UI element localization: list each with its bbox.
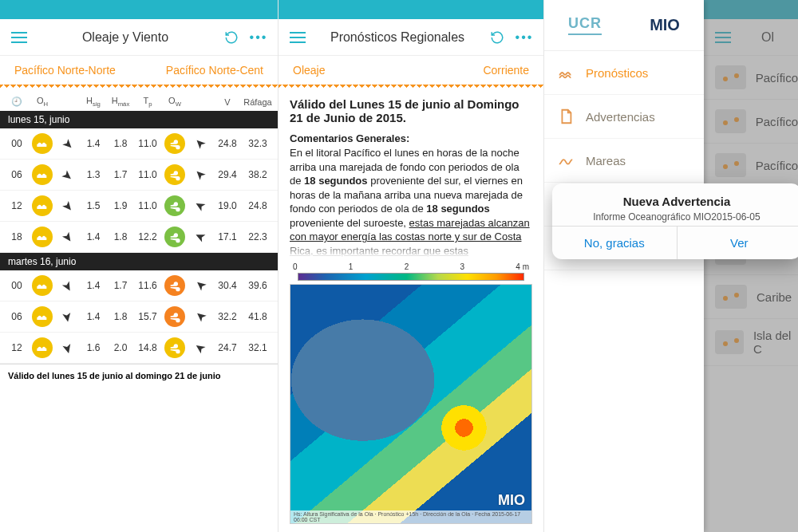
cell-hour: 00 <box>5 280 29 291</box>
forecast-row[interactable]: 00➤1.41.811.0➤24.832.3 <box>0 128 278 160</box>
col-rafaga: Ráfaga <box>243 97 273 107</box>
tab-pacifico-norte-centro[interactable]: Pacífico Norte-Cent <box>139 64 270 77</box>
direction-arrow-icon: ➤ <box>54 192 81 220</box>
waves-icon <box>557 64 575 81</box>
tab-pacifico-norte-norte[interactable]: Pacífico Norte-Norte <box>8 64 139 77</box>
cell-hour: 18 <box>5 231 29 242</box>
cell-gust: 24.8 <box>243 200 273 211</box>
direction-arrow-icon: ➤ <box>54 130 82 158</box>
wind-icon <box>164 195 185 216</box>
dots-icon: ••• <box>516 30 534 45</box>
drawer-item-tide[interactable]: Mareas <box>544 139 704 183</box>
forecast-row[interactable]: 06➤1.41.815.7➤32.241.8 <box>0 301 278 333</box>
cell-tp: 11.6 <box>134 280 161 291</box>
validity-footer: Válido del lunes 15 de junio al domingo … <box>0 364 278 387</box>
alert-yes-button[interactable]: Ver <box>678 227 799 259</box>
cell-tp: 14.8 <box>134 342 161 353</box>
forecast-row[interactable]: 18➤1.41.812.2➤17.122.3 <box>0 222 278 253</box>
direction-arrow-icon: ➤ <box>58 304 77 330</box>
cell-hsig: 1.3 <box>80 169 107 180</box>
wave-icon <box>32 227 53 247</box>
cell-tp: 15.7 <box>134 311 161 322</box>
cell-hmax: 1.7 <box>107 280 134 291</box>
navbar: Pronósticos Regionales ••• <box>279 19 543 56</box>
wave-height-map[interactable]: MIO Hs: Altura Significativa de la Ola ·… <box>290 284 532 524</box>
cell-v: 32.2 <box>212 311 243 322</box>
cell-hsig: 1.4 <box>80 231 107 242</box>
hamburger-icon <box>11 32 27 43</box>
forecast-type-tabs: Oleaje Corriente <box>279 56 543 85</box>
alert-title: Nueva Advertencia <box>563 195 790 208</box>
wave-icon <box>32 306 53 327</box>
comments-subtitle: Comentarios Generales: <box>290 132 532 144</box>
cell-hsig: 1.4 <box>80 138 107 149</box>
scale-tick: 2 <box>405 262 409 271</box>
col-tp: Tp <box>134 96 161 108</box>
tab-corriente[interactable]: Corriente <box>411 64 535 77</box>
cell-hmax: 2.0 <box>107 342 134 353</box>
cell-hour: 06 <box>5 311 29 322</box>
direction-arrow-icon: ➤ <box>55 271 80 299</box>
day-header: lunes 15, junio <box>0 111 278 128</box>
color-scale-gradient <box>298 273 524 281</box>
col-clock-icon: 🕘 <box>5 97 29 107</box>
mio-logo: MIO <box>650 16 680 34</box>
status-bar <box>0 0 278 19</box>
forecast-row[interactable]: 12➤1.51.911.0➤19.024.8 <box>0 191 278 222</box>
dots-icon: ••• <box>250 30 268 45</box>
alert-dialog: Nueva Advertencia Informe Oceanográfico … <box>552 183 798 259</box>
cell-hsig: 1.4 <box>80 280 107 291</box>
status-bar <box>279 0 543 19</box>
cell-hour: 06 <box>5 169 29 180</box>
cell-hmax: 1.8 <box>107 231 134 242</box>
region-tabs: Pacífico Norte-Norte Pacífico Norte-Cent <box>0 56 278 85</box>
cell-hsig: 1.5 <box>80 200 107 211</box>
cell-hour: 12 <box>5 342 29 353</box>
scale-tick: 3 <box>460 262 464 271</box>
direction-arrow-icon: ➤ <box>186 193 214 218</box>
direction-arrow-icon: ➤ <box>186 225 214 249</box>
cell-tp: 11.0 <box>134 169 161 180</box>
forecast-row[interactable]: 06➤1.31.711.0➤29.438.2 <box>0 160 278 191</box>
drawer-item-doc[interactable]: Advertencias <box>544 95 704 139</box>
wave-icon <box>32 337 53 358</box>
cell-hmax: 1.8 <box>107 138 134 149</box>
drawer-item-label: Mareas <box>586 154 626 167</box>
navbar: Oleaje y Viento ••• <box>0 19 278 56</box>
forecast-row[interactable]: 12➤1.62.014.8➤24.732.1 <box>0 333 278 364</box>
direction-arrow-icon: ➤ <box>186 335 214 361</box>
drawer-item-waves[interactable]: Pronósticos <box>544 51 704 95</box>
direction-arrow-icon: ➤ <box>187 130 215 158</box>
cell-hour: 00 <box>5 138 29 149</box>
hamburger-icon <box>290 32 306 43</box>
cell-hour: 12 <box>5 200 29 211</box>
forecast-body: En el litoral Pacífico el lunes en horas… <box>290 146 532 258</box>
doc-icon <box>557 108 575 125</box>
cell-gust: 39.6 <box>243 280 273 291</box>
more-button[interactable]: ••• <box>513 26 535 49</box>
cell-v: 19.0 <box>212 200 243 211</box>
cell-hmax: 1.7 <box>107 169 134 180</box>
alert-no-button[interactable]: No, gracias <box>552 227 678 259</box>
cell-tp: 11.0 <box>134 138 161 149</box>
refresh-icon <box>490 30 504 45</box>
cell-tp: 12.2 <box>134 231 161 242</box>
refresh-button[interactable] <box>220 26 243 49</box>
col-v: V <box>212 97 243 107</box>
forecast-row[interactable]: 00➤1.41.711.6➤30.439.6 <box>0 270 278 301</box>
wind-icon <box>164 133 185 154</box>
cell-hsig: 1.4 <box>80 311 107 322</box>
menu-button[interactable] <box>286 26 309 49</box>
map-mio-badge: MIO <box>498 492 525 509</box>
screen-oleaje-viento: Oleaje y Viento ••• Pacífico Norte-Norte… <box>0 0 279 532</box>
menu-button[interactable] <box>8 26 30 49</box>
col-hmax: Hmáx <box>107 96 134 108</box>
direction-arrow-icon: ➤ <box>186 272 214 299</box>
wave-icon <box>32 275 53 296</box>
cell-v: 24.8 <box>212 138 243 149</box>
wind-icon <box>164 227 185 247</box>
wind-icon <box>164 337 185 358</box>
more-button[interactable]: ••• <box>247 26 270 49</box>
refresh-button[interactable] <box>486 26 508 49</box>
tab-oleaje[interactable]: Oleaje <box>286 64 411 77</box>
